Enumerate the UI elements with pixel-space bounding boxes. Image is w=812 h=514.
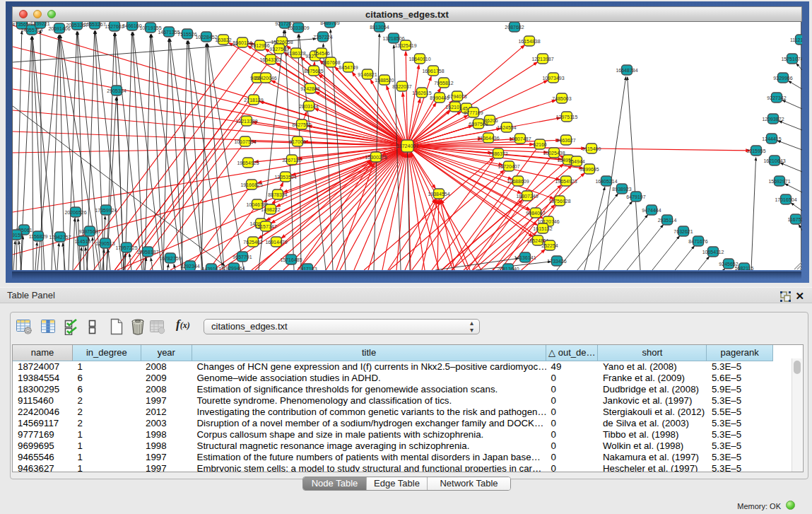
svg-text:9084067: 9084067 xyxy=(526,211,545,216)
svg-text:13325419: 13325419 xyxy=(394,43,416,48)
svg-text:8875685: 8875685 xyxy=(304,69,323,74)
svg-text:13218506: 13218506 xyxy=(382,36,404,41)
svg-text:8938923: 8938923 xyxy=(612,187,631,192)
svg-text:9899695: 9899695 xyxy=(579,167,599,172)
svg-text:7955812: 7955812 xyxy=(434,81,453,86)
svg-text:9227342: 9227342 xyxy=(767,95,786,100)
svg-text:9115460: 9115460 xyxy=(582,146,601,151)
svg-text:10973493: 10973493 xyxy=(542,76,564,81)
svg-text:163822: 163822 xyxy=(215,37,231,42)
svg-text:116753: 116753 xyxy=(788,217,802,222)
svg-text:114519: 114519 xyxy=(75,239,91,244)
svg-text:1292344: 1292344 xyxy=(180,264,199,269)
svg-text:8990446: 8990446 xyxy=(430,95,449,100)
svg-text:8912956: 8912956 xyxy=(250,43,269,48)
svg-text:12975115: 12975115 xyxy=(556,115,578,119)
svg-text:1588520: 1588520 xyxy=(375,78,394,83)
svg-text:8660124: 8660124 xyxy=(233,40,252,45)
svg-text:19756928: 19756928 xyxy=(548,199,570,204)
svg-text:18807249: 18807249 xyxy=(516,194,538,199)
svg-text:7625402: 7625402 xyxy=(243,240,262,245)
svg-text:8489709: 8489709 xyxy=(320,22,339,25)
svg-text:6479197: 6479197 xyxy=(626,194,645,199)
svg-text:2935114: 2935114 xyxy=(658,218,677,223)
svg-text:9657791: 9657791 xyxy=(233,255,252,259)
svg-text:4439167: 4439167 xyxy=(201,267,220,271)
svg-text:2718129: 2718129 xyxy=(244,98,263,103)
svg-text:15716485: 15716485 xyxy=(280,257,302,262)
svg-text:20813640: 20813640 xyxy=(497,267,519,271)
svg-text:18724007: 18724007 xyxy=(396,144,418,148)
svg-text:17016504: 17016504 xyxy=(775,197,796,202)
svg-text:15157347: 15157347 xyxy=(254,224,276,229)
svg-text:10025438: 10025438 xyxy=(543,151,565,156)
svg-text:12213389: 12213389 xyxy=(235,119,257,124)
svg-text:12942757: 12942757 xyxy=(49,235,71,240)
svg-text:6897568: 6897568 xyxy=(469,122,488,127)
svg-text:252254: 252254 xyxy=(541,243,558,248)
svg-text:1615132: 1615132 xyxy=(533,226,552,231)
svg-text:93975687: 93975687 xyxy=(78,229,100,234)
svg-text:5682115: 5682115 xyxy=(735,266,754,271)
svg-text:7632621: 7632621 xyxy=(673,229,693,234)
svg-text:18640910: 18640910 xyxy=(408,57,430,62)
svg-text:19958187: 19958187 xyxy=(136,250,158,255)
svg-text:10228452: 10228452 xyxy=(195,35,217,40)
svg-text:3917183: 3917183 xyxy=(298,267,317,271)
svg-text:15692971: 15692971 xyxy=(768,179,790,184)
svg-text:14136141: 14136141 xyxy=(514,255,536,260)
svg-text:10107554: 10107554 xyxy=(234,139,256,144)
svg-text:9329966: 9329966 xyxy=(773,76,792,81)
svg-text:12093872: 12093872 xyxy=(762,117,784,122)
svg-text:8322037: 8322037 xyxy=(392,84,411,89)
svg-text:9242848: 9242848 xyxy=(300,86,319,91)
svg-text:11121334: 11121334 xyxy=(790,37,802,42)
svg-text:10688609: 10688609 xyxy=(507,179,529,184)
svg-text:1362615: 1362615 xyxy=(412,90,431,95)
svg-text:16543362: 16543362 xyxy=(259,57,281,62)
svg-text:7386372: 7386372 xyxy=(488,151,507,156)
svg-text:15300275: 15300275 xyxy=(365,155,387,160)
svg-text:1290513: 1290513 xyxy=(95,241,114,246)
svg-text:16033809: 16033809 xyxy=(287,25,309,30)
svg-text:19299464: 19299464 xyxy=(223,266,245,271)
svg-text:14671355: 14671355 xyxy=(158,30,180,35)
svg-text:19654923: 19654923 xyxy=(555,179,577,184)
svg-text:19654925: 19654925 xyxy=(237,160,259,165)
svg-text:8427552: 8427552 xyxy=(292,122,311,127)
svg-text:19166825: 19166825 xyxy=(240,182,262,187)
svg-text:9463627: 9463627 xyxy=(556,138,575,143)
svg-text:19384554: 19384554 xyxy=(428,192,449,197)
svg-text:2867608: 2867608 xyxy=(321,60,340,65)
svg-text:3215955: 3215955 xyxy=(746,148,765,153)
svg-text:7515526: 7515526 xyxy=(177,32,196,37)
svg-text:22420046: 22420046 xyxy=(254,76,276,81)
svg-text:3267130: 3267130 xyxy=(282,158,301,163)
svg-text:2905334: 2905334 xyxy=(107,88,126,93)
svg-text:9474444: 9474444 xyxy=(642,208,661,213)
svg-text:16154838: 16154838 xyxy=(518,39,540,44)
svg-text:16782759: 16782759 xyxy=(159,256,181,261)
svg-text:1244415: 1244415 xyxy=(762,136,781,141)
svg-text:17957225: 17957225 xyxy=(115,245,137,250)
svg-text:15751074: 15751074 xyxy=(781,57,802,62)
svg-text:16961758: 16961758 xyxy=(422,69,444,74)
svg-text:21364436: 21364436 xyxy=(477,136,499,141)
svg-text:16210643: 16210643 xyxy=(763,158,785,163)
svg-text:20206526: 20206526 xyxy=(64,210,86,215)
svg-text:8454749: 8454749 xyxy=(339,65,358,70)
svg-text:7357224: 7357224 xyxy=(313,35,332,40)
svg-text:154944: 154944 xyxy=(568,159,584,164)
svg-text:17359924: 17359924 xyxy=(95,208,117,213)
svg-text:1624554: 1624554 xyxy=(497,125,516,130)
svg-text:12213987: 12213987 xyxy=(531,57,553,62)
svg-text:62160: 62160 xyxy=(533,142,547,147)
svg-text:917006: 917006 xyxy=(289,139,305,144)
svg-text:10046786: 10046786 xyxy=(246,202,268,207)
svg-text:9777169: 9777169 xyxy=(464,110,483,115)
svg-text:8878334: 8878334 xyxy=(268,192,287,197)
svg-text:1156829: 1156829 xyxy=(29,234,48,239)
svg-text:15720407: 15720407 xyxy=(498,164,519,169)
svg-text:39159: 39159 xyxy=(13,233,23,238)
svg-text:16914479: 16914479 xyxy=(265,240,287,245)
